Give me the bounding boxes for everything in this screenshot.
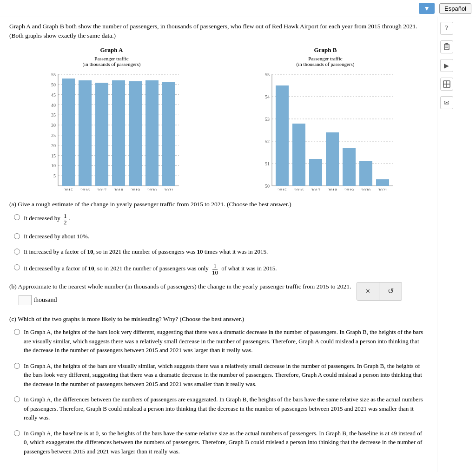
top-bar: ▼ Español	[0, 0, 476, 17]
svg-text:2017: 2017	[97, 188, 106, 190]
part-a-option-4-text: It decreased by a factor of 10, so in 20…	[24, 263, 428, 275]
video-icon[interactable]: ▶	[440, 59, 453, 72]
svg-text:25: 25	[51, 132, 56, 138]
mail-icon[interactable]: ✉	[440, 96, 453, 109]
svg-text:2015: 2015	[278, 188, 287, 190]
part-a-option-2: It decreased by about 10%.	[14, 232, 428, 241]
clear-redo-panel: × ↺	[357, 282, 402, 301]
espanol-button[interactable]: Español	[439, 3, 471, 14]
svg-text:2016: 2016	[80, 188, 90, 190]
part-c-option-1: In Graph A, the heights of the bars look…	[14, 328, 428, 355]
part-c-radio-3[interactable]	[14, 396, 20, 402]
part-c-option-2: In Graph A, the heights of the bars are …	[14, 361, 428, 389]
svg-text:5: 5	[53, 173, 56, 178]
graph-b-bar-2016	[292, 124, 305, 186]
svg-text:54: 54	[265, 94, 270, 99]
svg-text:50: 50	[265, 184, 270, 189]
svg-rect-51	[444, 44, 449, 50]
graph-a-title: Graph A	[100, 46, 123, 54]
svg-text:2020: 2020	[361, 188, 370, 190]
svg-text:55: 55	[265, 72, 270, 77]
svg-text:35: 35	[51, 112, 56, 118]
svg-rect-52	[445, 43, 448, 45]
part-b-input[interactable]	[19, 295, 32, 305]
left-panel: Graph A and Graph B both show the number…	[0, 17, 437, 472]
part-c-options: In Graph A, the heights of the bars look…	[14, 328, 428, 456]
part-c-option-4-text: In Graph A, the baseline is at 0, so the…	[24, 429, 428, 456]
graph-a-bar-2018	[112, 80, 125, 186]
table-icon[interactable]	[440, 78, 453, 91]
clipboard-icon[interactable]	[440, 40, 453, 53]
part-c-option-1-text: In Graph A, the heights of the bars look…	[24, 328, 428, 355]
part-a-options: It decreased by 12. It decreased by abou…	[14, 213, 428, 275]
part-a-option-4: It decreased by a factor of 10, so in 20…	[14, 263, 428, 275]
graph-b-title: Graph B	[314, 46, 337, 54]
part-c-question: (c) Which of the two graphs is more like…	[9, 315, 428, 324]
part-c-option-3: In Graph A, the differences between the …	[14, 395, 428, 422]
redo-button[interactable]: ↺	[379, 282, 402, 300]
part-a-radio-4[interactable]	[14, 264, 20, 270]
part-c-radio-1[interactable]	[14, 329, 20, 335]
graph-a-bar-2017	[95, 83, 108, 186]
svg-text:2015: 2015	[64, 188, 73, 190]
part-c-option-4: In Graph A, the baseline is at 0, so the…	[14, 429, 428, 456]
svg-text:45: 45	[51, 92, 56, 97]
graph-a-chart-title: Passenger traffic (in thousands of passe…	[83, 56, 141, 67]
part-a-option-2-text: It decreased by about 10%.	[24, 232, 428, 241]
part-a-question: (a) Give a rough estimate of the change …	[9, 200, 428, 209]
svg-text:55: 55	[51, 72, 56, 77]
svg-text:2019: 2019	[131, 188, 140, 190]
svg-text:10: 10	[51, 163, 56, 168]
svg-text:2020: 2020	[147, 188, 157, 190]
graph-b-bar-2018	[326, 132, 339, 186]
part-a-option-1: It decreased by 12.	[14, 213, 428, 225]
intro-text: Graph A and Graph B both show the number…	[9, 22, 428, 41]
clear-button[interactable]: ×	[357, 282, 379, 300]
svg-text:51: 51	[265, 161, 270, 166]
part-a-radio-2[interactable]	[14, 233, 20, 239]
svg-text:30: 30	[51, 123, 56, 128]
graphs-row: Graph A Passenger traffic (in thousands …	[9, 46, 428, 190]
svg-text:2018: 2018	[114, 188, 123, 190]
part-a-option-1-text: It decreased by 12.	[24, 213, 428, 225]
graph-b-container: Graph B Passenger traffic (in thousands …	[223, 46, 428, 190]
svg-text:2018: 2018	[328, 188, 337, 190]
graph-b-chart: 55 54 53 52 51	[253, 70, 397, 190]
graph-a-container: Graph A Passenger traffic (in thousands …	[9, 46, 214, 190]
graph-a-bar-2020	[145, 80, 159, 186]
help-icon[interactable]: ?	[440, 22, 453, 35]
part-a: (a) Give a rough estimate of the change …	[9, 200, 428, 275]
part-c-radio-4[interactable]	[14, 430, 20, 436]
graph-a-bar-2021	[162, 82, 175, 186]
graph-a-chart: 55 50 45 40 35 30 25	[40, 70, 184, 190]
graph-b-bar-2017	[309, 159, 322, 186]
svg-text:2019: 2019	[344, 188, 354, 190]
right-panel: ? ▶ ✉	[437, 17, 456, 472]
dropdown-button[interactable]: ▼	[419, 3, 435, 14]
graph-b-chart-title: Passenger traffic (in thousands of passe…	[297, 56, 355, 67]
graph-b-bar-2015	[276, 85, 289, 186]
graph-a-bar-2016	[79, 80, 92, 186]
part-c-option-3-text: In Graph A, the differences between the …	[24, 395, 428, 422]
svg-text:2021: 2021	[378, 188, 387, 190]
part-c-radio-2[interactable]	[14, 363, 20, 369]
graph-a-bar-2019	[129, 81, 142, 186]
part-a-option-3: It increased by a factor of 10, so in 20…	[14, 247, 428, 256]
svg-text:50: 50	[51, 82, 56, 87]
part-a-radio-1[interactable]	[14, 214, 20, 220]
svg-text:2021: 2021	[164, 188, 173, 190]
graph-b-bar-2020	[359, 161, 372, 186]
part-a-option-3-text: It increased by a factor of 10, so in 20…	[24, 247, 428, 256]
svg-text:40: 40	[51, 102, 56, 107]
part-b: (b) Approximate to the nearest whole num…	[9, 282, 428, 305]
part-c-option-2-text: In Graph A, the heights of the bars are …	[24, 361, 428, 389]
svg-text:2017: 2017	[311, 188, 320, 190]
svg-text:53: 53	[265, 117, 270, 122]
svg-text:2016: 2016	[294, 188, 304, 190]
graph-a-bar-2015	[62, 79, 75, 186]
part-c: (c) Which of the two graphs is more like…	[9, 315, 428, 456]
part-b-thousand-label: thousand	[33, 296, 57, 304]
svg-text:20: 20	[51, 143, 56, 148]
part-a-radio-3[interactable]	[14, 249, 20, 255]
svg-text:15: 15	[51, 153, 56, 158]
